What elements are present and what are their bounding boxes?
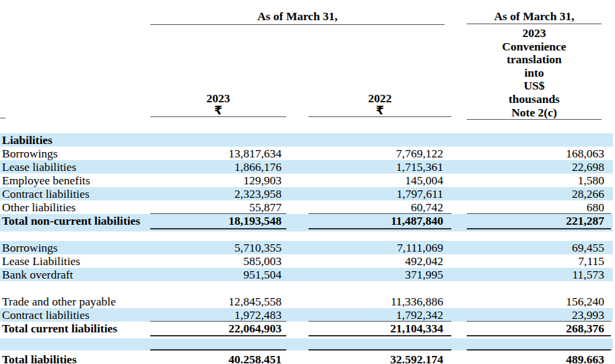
row-label: Contract liabilities: [0, 308, 150, 322]
table-row-other-liabilities: Other liabilities 55,877 60,742 680: [0, 201, 613, 214]
cell-usd: 680: [467, 201, 611, 214]
cell-2023: 951,504: [150, 268, 286, 281]
cell-usd: 221,287: [467, 214, 611, 229]
table-header: As of March 31, 2023 ₹ 2022 ₹ As of Marc…: [0, 0, 615, 133]
cell-usd: [467, 133, 611, 147]
cell-2023: 129,903: [150, 174, 286, 187]
header-year-2022: 2022: [309, 92, 451, 104]
header-year-2023: 2023: [150, 92, 286, 104]
table-row-trade-and-other-payable: Trade and other payable 12,845,558 11,33…: [0, 295, 613, 308]
cell-2022: 11,336,886: [309, 295, 451, 308]
header-usd-line: Note 2(c): [467, 106, 602, 120]
table-row-employee-benefits: Employee benefits 129,903 145,004 1,580: [0, 174, 613, 187]
cell-2022: 60,742: [309, 201, 451, 214]
spacer-row: [0, 281, 615, 295]
row-label: Borrowings: [0, 241, 150, 254]
cell-2022: 11,487,840: [309, 214, 451, 229]
table-row-total-noncurrent-liabilities: Total non-current liabilities 18,193,548…: [0, 214, 613, 231]
cell-2023: 2,323,958: [150, 187, 286, 201]
cell-usd: [467, 338, 611, 351]
header-rule-col-2022: [309, 116, 451, 117]
header-usd-line: Convenience: [467, 40, 602, 54]
cell-usd: 168,063: [467, 147, 611, 160]
header-rule-col-2023: [150, 116, 286, 117]
header-usd-line: translation: [467, 53, 602, 67]
cell-2023: 40.258.451: [150, 353, 286, 364]
row-label: [0, 338, 150, 351]
cell-2022: 492,042: [309, 254, 451, 268]
table-row-contract-liabilities-current: Contract liabilities 1,972,483 1,792,342…: [0, 308, 613, 322]
table-row-bank-overdraft: Bank overdraft 951,504 371,995 11,573: [0, 268, 613, 281]
cell-2022: 7,769,122: [309, 147, 451, 160]
header-rule-group-1: [150, 24, 445, 25]
header-rule-label-column-sliver: [0, 118, 5, 118]
row-label: Liabilities: [0, 133, 150, 147]
cell-2023: 55,877: [150, 201, 286, 214]
financial-statement-page: As of March 31, 2023 ₹ 2022 ₹ As of Marc…: [0, 0, 615, 364]
cell-2023: 5,710,355: [150, 241, 286, 254]
row-label: Lease liabilities: [0, 160, 150, 174]
header-period-group-1: As of March 31,: [150, 10, 445, 22]
cell-2023: 22,064,903: [150, 322, 286, 336]
row-label: Employee benefits: [0, 174, 150, 187]
cell-2023: [150, 338, 286, 351]
cell-usd: 69,455: [467, 241, 611, 254]
liabilities-table: Liabilities Borrowings 13,817,634 7,769,…: [0, 133, 615, 364]
table-row-borrowings-noncurrent: Borrowings 13,817,634 7,769,122 168,063: [0, 147, 613, 160]
cell-2022: [309, 133, 451, 147]
spacer-row: [0, 231, 615, 241]
header-usd-line: US$: [467, 79, 602, 93]
cell-2022: 1,792,342: [309, 308, 451, 322]
cell-2022: 21,104,334: [309, 322, 451, 336]
cell-usd: 22,698: [467, 160, 611, 174]
header-usd-line: into: [467, 67, 602, 80]
cell-usd: 1,580: [467, 174, 611, 187]
row-label: Total current liabilities: [0, 322, 150, 338]
header-rule-group-2: [467, 24, 602, 24]
row-label: Total non-current liabilities: [0, 214, 150, 231]
cell-usd: 489.663: [467, 353, 611, 364]
cell-usd: 7,115: [467, 254, 611, 268]
cell-2022: 7,111,069: [309, 241, 451, 254]
header-col-usd: 2023 Convenience translation into US$ th…: [467, 27, 602, 119]
header-col-2023: 2023 ₹: [150, 92, 286, 116]
cell-2023: 1,866,176: [150, 160, 286, 174]
row-label: Other liabilities: [0, 201, 150, 214]
row-label: Contract liabilities: [0, 187, 150, 201]
header-usd-line: 2023: [467, 27, 602, 40]
table-row-total-liabilities: Total liabilities 40.258.451 32.592.174 …: [0, 353, 613, 364]
cell-usd: 23,993: [467, 308, 611, 322]
cell-2023: 18,193,548: [150, 214, 286, 229]
header-usd-line: thousands: [467, 93, 602, 106]
header-col-2022: 2022 ₹: [309, 92, 451, 116]
table-row-lease-liabilities-current: Lease Liabilities 585,003 492,042 7,115: [0, 254, 613, 268]
table-row-contract-liabilities-noncurrent: Contract liabilities 2,323,958 1,797,611…: [0, 187, 613, 201]
cell-usd: 11,573: [467, 268, 611, 281]
cell-2022: 32.592.174: [309, 353, 451, 364]
row-label: Total liabilities: [0, 353, 150, 364]
cell-2023: [150, 133, 286, 147]
row-label: Borrowings: [0, 147, 150, 160]
cell-2023: 13,817,634: [150, 147, 286, 160]
table-row-blank: [0, 338, 613, 351]
table-row-lease-liabilities-noncurrent: Lease liabilities 1,866,176 1,715,361 22…: [0, 160, 613, 174]
cell-2022: 1,715,361: [309, 160, 451, 174]
cell-usd: 156,240: [467, 295, 611, 308]
rupee-symbol: ₹: [150, 104, 286, 116]
rupee-symbol: ₹: [309, 104, 451, 116]
cell-2022: 145,004: [309, 174, 451, 187]
cell-2022: 371,995: [309, 268, 451, 281]
cell-usd: 268,376: [467, 322, 611, 336]
header-period-group-2: As of March 31,: [467, 10, 602, 22]
table-row-section-liabilities: Liabilities: [0, 133, 613, 147]
cell-usd: 28,266: [467, 187, 611, 201]
row-label: Bank overdraft: [0, 268, 150, 281]
cell-2023: 1,972,483: [150, 308, 286, 322]
header-rule-col-usd: [467, 119, 602, 120]
cell-2023: 12,845,558: [150, 295, 286, 308]
cell-2022: 1,797,611: [309, 187, 451, 201]
row-label: Trade and other payable: [0, 295, 150, 308]
cell-2023: 585,003: [150, 254, 286, 268]
cell-2022: [309, 338, 451, 351]
table-row-borrowings-current: Borrowings 5,710,355 7,111,069 69,455: [0, 241, 613, 254]
